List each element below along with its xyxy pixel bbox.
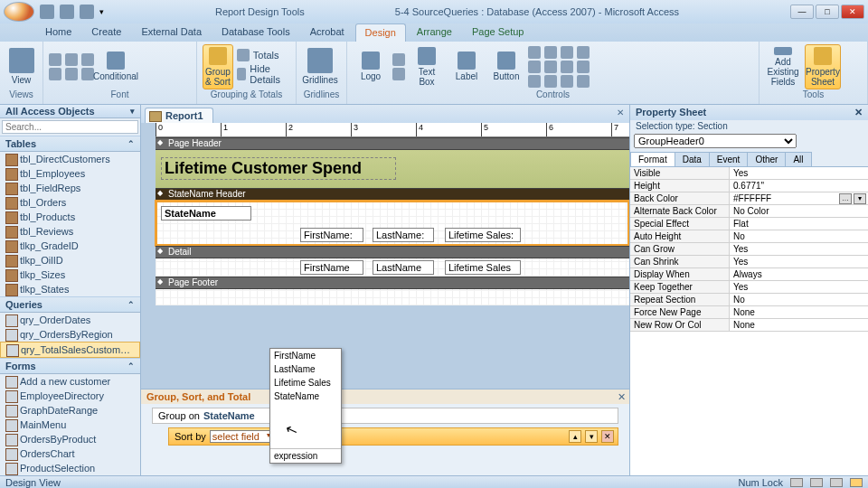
prop-tab-other[interactable]: Other [747,152,786,166]
view-layout-icon[interactable] [830,478,843,487]
section-group-header-bar[interactable]: StateName Header [156,188,629,201]
gst-move-down-icon[interactable]: ▾ [585,430,598,443]
control-icon[interactable] [561,75,573,88]
prop-row[interactable]: Back Color#FFFFFF▾… [630,192,868,205]
add-fields-button[interactable]: Add Existing Fields [765,44,801,89]
tab-create[interactable]: Create [82,23,130,42]
detail-field[interactable]: FirstName [300,260,363,275]
nav-form-item[interactable]: MainMenu [0,418,140,432]
report-title-control[interactable]: Lifetime Customer Spend [161,157,396,180]
section-detail-bar[interactable]: Detail [156,246,629,258]
nav-table-item[interactable]: tlkp_OilID [0,253,140,267]
nav-form-item[interactable]: ProductSelection [0,461,140,475]
prop-row[interactable]: Force New PageNone [630,306,868,319]
nav-section-queries[interactable]: Queries⌃ [0,296,140,313]
undo-icon[interactable] [60,5,74,19]
design-canvas[interactable]: Page Header Lifetime Customer Spend Stat… [156,137,629,305]
prop-value[interactable]: None [730,306,868,318]
gst-move-up-icon[interactable]: ▴ [569,430,581,443]
control-icon[interactable] [528,61,541,73]
section-page-footer-body[interactable] [156,289,629,305]
view-report-icon[interactable] [790,478,803,487]
view-print-icon[interactable] [810,478,823,487]
prop-row[interactable]: VisibleYes [630,167,868,180]
prop-row[interactable]: Auto HeightNo [630,230,868,243]
button-control-button[interactable]: Button [488,44,524,89]
column-label[interactable]: FirstName: [300,228,363,242]
document-close-icon[interactable]: ✕ [617,108,624,117]
nav-table-item[interactable]: tlkp_GradeID [0,239,140,253]
detail-field[interactable]: Lifetime Sales [445,260,521,275]
prop-value[interactable]: No Color [730,205,868,217]
prop-dropdown-icon[interactable]: ▾ [854,193,866,204]
section-detail-body[interactable]: FirstName LastName Lifetime Sales [156,258,629,277]
group-field-control[interactable]: StateName [161,206,251,221]
horizontal-ruler[interactable]: 012345678 [156,123,629,137]
view-button[interactable]: View [5,44,37,89]
nav-form-item[interactable]: OrdersByProduct [0,432,140,446]
field-option[interactable]: FirstName [270,349,341,362]
nav-table-item[interactable]: tbl_Reviews [0,224,140,239]
nav-query-item[interactable]: qry_OrdersByRegion [0,327,140,342]
control-icon[interactable] [392,68,405,80]
control-icon[interactable] [528,75,541,88]
nav-header[interactable]: All Access Objects▾ [0,105,140,118]
nav-table-item[interactable]: tbl_FieldReps [0,181,140,195]
label-button[interactable]: Label [448,44,485,89]
section-page-footer-bar[interactable]: Page Footer [156,277,629,289]
gridlines-button[interactable]: Gridlines [302,44,338,89]
prop-value[interactable]: No [730,230,868,242]
prop-value[interactable]: Yes [730,243,868,255]
section-group-header-body[interactable]: StateName FirstName: LastName: Lifetime … [156,201,629,246]
tab-arrange[interactable]: Arrange [408,23,461,42]
prop-value[interactable]: Yes [730,167,868,179]
prop-value[interactable]: #FFFFFF▾… [730,192,868,204]
nav-search-input[interactable] [2,120,138,134]
tab-home[interactable]: Home [36,23,80,42]
control-icon[interactable] [577,75,590,88]
italic-icon[interactable] [65,53,78,66]
align-right-icon[interactable] [81,68,94,80]
prop-row[interactable]: Special EffectFlat [630,218,868,230]
nav-form-item[interactable]: GraphDateRange [0,403,140,418]
control-icon[interactable] [528,46,541,59]
tab-acrobat[interactable]: Acrobat [301,23,354,42]
prop-tab-format[interactable]: Format [630,152,675,166]
tab-database-tools[interactable]: Database Tools [212,23,299,42]
office-button[interactable] [4,2,34,22]
prop-value[interactable]: None [730,319,868,331]
view-design-icon[interactable] [850,478,863,487]
control-icon[interactable] [561,61,573,73]
logo-button[interactable]: Logo [353,44,389,89]
field-option[interactable]: StateName [270,389,341,403]
textbox-button[interactable]: Text Box [409,44,445,89]
column-label[interactable]: LastName: [373,228,434,242]
nav-form-item[interactable]: OrdersChart [0,446,140,461]
nav-section-tables[interactable]: Tables⌃ [0,136,140,152]
nav-table-item[interactable]: tbl_DirectCustomers [0,152,140,166]
gst-sort-row[interactable]: Sort by select field ▴ ▾ ✕ [168,427,618,446]
prop-tab-data[interactable]: Data [675,152,710,166]
align-left-icon[interactable] [49,68,61,80]
control-icon[interactable] [544,75,557,88]
prop-value[interactable]: Flat [730,218,868,230]
totals-button[interactable]: Totals [237,49,290,61]
prop-value[interactable]: Yes [730,281,868,293]
control-icon[interactable] [577,61,590,73]
prop-value[interactable]: Always [730,268,868,280]
nav-section-forms[interactable]: Forms⌃ [0,358,140,374]
nav-table-item[interactable]: tlkp_States [0,282,140,296]
control-icon[interactable] [544,46,557,59]
field-option-expression[interactable]: expression [270,449,341,463]
bold-icon[interactable] [49,53,61,66]
control-icon[interactable] [577,46,590,59]
nav-query-item[interactable]: qry_TotalSalesCustomers [0,342,140,358]
close-button[interactable]: ✕ [841,5,864,19]
field-option[interactable]: LastName [270,362,341,376]
prop-row[interactable]: Display WhenAlways [630,268,868,281]
prop-value[interactable]: No [730,294,868,305]
nav-table-item[interactable]: tbl_Orders [0,195,140,210]
redo-icon[interactable] [80,5,94,19]
section-page-header-bar[interactable]: Page Header [156,137,629,150]
prop-row[interactable]: Can GrowYes [630,243,868,256]
